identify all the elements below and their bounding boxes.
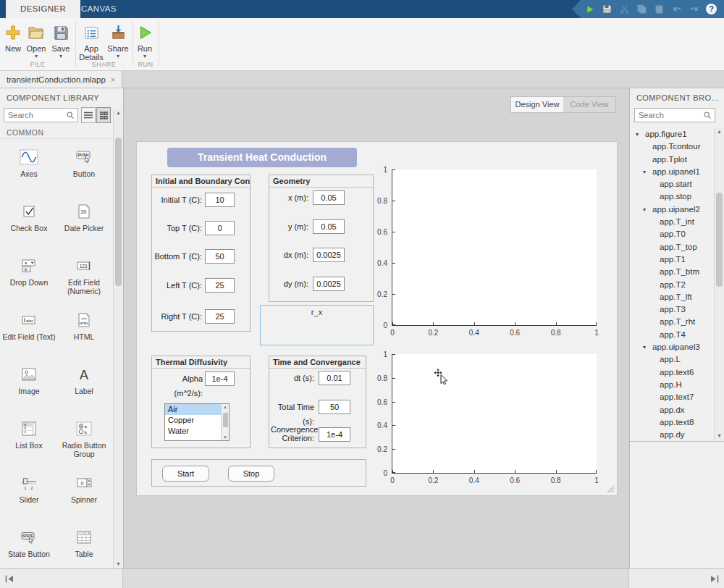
library-item-spinner[interactable]: 0 Spinner: [56, 468, 111, 522]
tree-item-uipanel1[interactable]: ▾app.uipanel1: [630, 166, 724, 178]
edit-field-y[interactable]: 0.05: [313, 219, 345, 234]
axes-tcontour[interactable]: 1 0.8 0.6 0.4 0.2 0 0 0.2 0.4 0.6 0.8 1: [392, 169, 597, 326]
edit-field-dy[interactable]: 0.0025: [313, 277, 345, 291]
collapse-right-icon[interactable]: [710, 575, 720, 583]
chevron-down-icon[interactable]: ▾: [636, 128, 639, 140]
library-item-editfield-text[interactable]: abc Edit Field (Text): [1, 305, 56, 359]
browser-collapse-bar[interactable]: [628, 569, 724, 588]
tree-item-uipanel2[interactable]: ▾app.uipanel2: [630, 203, 724, 216]
tree-item-t2[interactable]: app.T2: [630, 279, 724, 291]
list-view-button[interactable]: [81, 107, 96, 123]
scroll-up-icon[interactable]: ▲: [715, 127, 724, 136]
share-button[interactable]: Share ▾: [106, 22, 130, 59]
chevron-down-icon[interactable]: ▾: [643, 341, 646, 353]
tree-item-figure1[interactable]: ▾app.figure1: [630, 128, 724, 140]
tree-item-dy[interactable]: app.dy: [630, 429, 724, 441]
library-item-datepicker[interactable]: 30 Date Picker: [56, 196, 111, 251]
edit-field-dx[interactable]: 0.0025: [313, 248, 345, 262]
panel-run-controls[interactable]: Start Stop: [151, 459, 366, 487]
library-item-dropdown[interactable]: ab Drop Down: [1, 251, 56, 305]
library-item-statebutton[interactable]: STATE State Button: [1, 522, 56, 568]
library-item-axes[interactable]: Axes: [1, 142, 56, 196]
axes-tplot[interactable]: 1 0.8 0.6 0.4 0.2 0 0 0.2 0.4 0.6 0.8 1: [392, 354, 597, 474]
tab-canvas[interactable]: CANVAS: [67, 0, 131, 18]
tree-item-tcontour[interactable]: app.Tcontour: [630, 140, 724, 153]
tree-item-text7[interactable]: app.text7: [630, 391, 724, 403]
scroll-up-icon[interactable]: ▲: [222, 405, 229, 409]
tree-item-t-top[interactable]: app.T_top: [630, 241, 724, 253]
save-button[interactable]: Save ▾: [49, 22, 72, 59]
run-button[interactable]: Run ▾: [134, 22, 156, 59]
open-button[interactable]: Open ▾: [25, 22, 48, 59]
app-details-button[interactable]: App Details: [77, 22, 106, 62]
scroll-down-icon[interactable]: ▼: [222, 435, 229, 440]
app-title-label[interactable]: Transient Heat Conduction: [167, 148, 357, 167]
library-item-image[interactable]: Image: [1, 359, 56, 413]
edit-field-right-t[interactable]: 25: [205, 309, 235, 324]
scrollbar-thumb[interactable]: [115, 138, 122, 286]
design-view-tab[interactable]: Design View: [511, 97, 563, 112]
tree-item-t3[interactable]: app.T3: [630, 303, 724, 316]
scroll-up-icon[interactable]: ▲: [114, 109, 123, 117]
listbox-item-air[interactable]: Air: [165, 404, 221, 415]
stop-button[interactable]: Stop: [228, 466, 274, 482]
browser-search-input[interactable]: [635, 111, 703, 119]
edit-field-x[interactable]: 0.05: [313, 190, 345, 205]
library-item-radiogroup[interactable]: ab Radio Button Group: [56, 413, 111, 468]
material-listbox[interactable]: Air Copper Water ▲ ▼: [164, 403, 230, 441]
tree-item-text6[interactable]: app.text6: [630, 366, 724, 379]
library-search[interactable]: [4, 108, 78, 122]
scrollbar-thumb[interactable]: [223, 413, 228, 427]
library-item-listbox[interactable]: abc List Box: [1, 413, 56, 468]
browser-search[interactable]: [634, 108, 715, 122]
library-search-input[interactable]: [4, 111, 66, 119]
panel-time-convergence[interactable]: Time and Convergance dt (s): 0.01 Total …: [269, 356, 366, 448]
grid-view-button[interactable]: [96, 107, 111, 123]
edit-field-total-time[interactable]: 50: [319, 400, 350, 414]
edit-field-top-t[interactable]: 0: [205, 221, 235, 235]
tree-item-dx[interactable]: app.dx: [630, 404, 724, 416]
tree-item-t4[interactable]: app.T4: [630, 329, 724, 341]
edit-field-left-t[interactable]: 25: [205, 278, 235, 293]
panel-geometry[interactable]: Geometry x (m): 0.05 y (m): 0.05 dx (m):…: [269, 175, 374, 302]
tree-item-stop[interactable]: app.stop: [630, 190, 724, 203]
library-item-html[interactable]: </>HTML HTML: [56, 305, 111, 359]
close-icon[interactable]: ×: [111, 75, 115, 84]
chevron-down-icon[interactable]: ▾: [643, 166, 646, 178]
scroll-down-icon[interactable]: ▼: [114, 560, 123, 568]
tree-item-tplot[interactable]: app.Tplot: [630, 154, 724, 166]
tree-item-t1[interactable]: app.T1: [630, 253, 724, 266]
library-item-button[interactable]: PUSH Button: [56, 142, 111, 196]
chevron-down-icon[interactable]: ▾: [643, 203, 646, 216]
panel-boundary-conditions[interactable]: Initial and Boundary Conditions Initial …: [151, 175, 251, 332]
tree-item-start[interactable]: app.start: [630, 178, 724, 190]
edit-field-convergence[interactable]: 1e-4: [319, 427, 350, 442]
tree-item-uipanel3[interactable]: ▾app.uipanel3: [630, 341, 724, 353]
tree-item-t-lft[interactable]: app.T_lft: [630, 291, 724, 303]
library-item-editfield-numeric[interactable]: 123 Edit Field (Numeric): [56, 251, 111, 305]
library-item-slider[interactable]: 12 Slider: [1, 468, 56, 522]
panel-thermal-diffusivity[interactable]: Thermal Diffusivity Alpha (m^2/s): 1e-4 …: [151, 356, 251, 448]
library-scrollbar[interactable]: ▲ ▼: [113, 109, 123, 568]
library-collapse-bar[interactable]: [0, 569, 123, 588]
selected-label-rx[interactable]: r_x: [260, 305, 374, 345]
library-item-checkbox[interactable]: Check Box: [1, 196, 56, 251]
tree-item-t-int[interactable]: app.T_int: [630, 216, 724, 228]
start-button[interactable]: Start: [162, 466, 209, 482]
browser-scrollbar[interactable]: ▲ ▼: [714, 127, 724, 440]
run-icon[interactable]: [584, 4, 595, 14]
tree-item-l[interactable]: app.L: [630, 353, 724, 366]
listbox-scrollbar[interactable]: ▲ ▼: [221, 404, 229, 440]
edit-field-bottom-t[interactable]: 50: [205, 249, 235, 264]
document-tab[interactable]: transientConduction.mlapp ×: [0, 71, 122, 88]
help-icon[interactable]: ?: [706, 4, 717, 14]
edit-field-alpha[interactable]: 1e-4: [205, 371, 235, 386]
scrollbar-thumb[interactable]: [716, 193, 723, 287]
library-item-label[interactable]: A Label: [56, 359, 111, 413]
listbox-item-copper[interactable]: Copper: [165, 415, 221, 426]
collapse-left-icon[interactable]: [4, 575, 14, 583]
tree-item-t0[interactable]: app.T0: [630, 228, 724, 240]
new-button[interactable]: New: [1, 22, 25, 53]
code-view-tab[interactable]: Code View: [563, 97, 615, 112]
listbox-item-water[interactable]: Water: [165, 426, 221, 437]
